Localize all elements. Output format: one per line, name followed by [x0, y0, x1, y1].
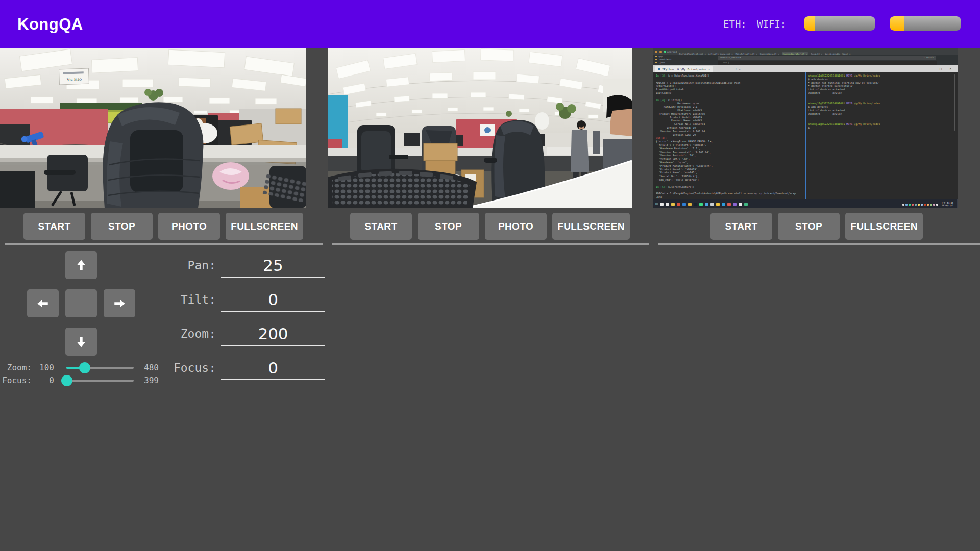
android-module-selector: Android: [664, 51, 677, 53]
window-controls: – □ ×: [930, 65, 954, 72]
pane-divider: [805, 72, 806, 199]
wifi-label: WIFI:: [757, 0, 786, 48]
window-title: IPython: G:\My Drive\codes: [662, 68, 706, 71]
search-query: TEMPLATE_PREVIEW: [720, 56, 741, 60]
panel2-divider: [332, 243, 649, 245]
camera2-fullscreen-button[interactable]: FULLSCREEN: [552, 213, 630, 240]
zoom-slider-label: Zoom:: [0, 361, 32, 374]
camera2-photo-button[interactable]: PHOTO: [485, 213, 547, 240]
system-tray-icons: [902, 199, 939, 208]
window-dot-icon: [655, 51, 657, 53]
eth-label: ETH:: [723, 0, 747, 48]
ptz-home-button[interactable]: [65, 289, 97, 317]
editor-tabs: AndroidManifest.xml ×activity_manu.xml ×…: [679, 48, 853, 55]
camera2-start-button[interactable]: START: [350, 213, 412, 240]
camera3-fullscreen-button[interactable]: FULLSCREEN: [845, 213, 923, 240]
ipython-console: In [3]: k = RobotRun.kong.KongADB() ADBC…: [656, 74, 804, 198]
tilt-up-button[interactable]: [65, 251, 97, 279]
pan-field-label: Pan:: [104, 252, 216, 279]
pan-left-button[interactable]: [27, 289, 59, 317]
ipython-window-titlebar: IPython: G:\My Drive\codes× + ⌄ – □ ×: [653, 65, 958, 72]
camera1-start-button[interactable]: START: [23, 213, 85, 240]
show-desktop-button: [957, 199, 958, 208]
project-tree: app manifests java: [653, 55, 697, 65]
focus-slider-label: Focus:: [0, 374, 32, 387]
camera1-stop-button[interactable]: STOP: [91, 213, 153, 240]
android-studio-tabbar: Android AndroidManifest.xml ×activity_ma…: [653, 48, 958, 55]
editor-search-bar: TEMPLATE_PREVIEW 1 result: [718, 56, 936, 60]
svg-text:Vic Kao: Vic Kao: [66, 76, 82, 82]
taskbar: ⊞ 下午 04:11 2020/12/2: [653, 199, 958, 208]
windows-start-icon: ⊞: [655, 202, 658, 206]
taskbar-icons: [660, 199, 750, 208]
zoom-field-label: Zoom:: [104, 320, 216, 347]
pan-input[interactable]: [221, 254, 325, 278]
panel1-divider: [5, 243, 323, 245]
editor-area: TEMPLATE_PREVIEW 1 result 140 }: [697, 55, 958, 65]
name-sign: Vic Kao: [59, 68, 89, 85]
app-header: KongQA ETH: WIFI:: [0, 0, 980, 48]
ipython-window-tab: IPython: G:\My Drive\codes×: [655, 66, 713, 72]
android-studio-window: Android AndroidManifest.xml ×activity_ma…: [653, 48, 958, 65]
camera2-preview-image: [328, 48, 632, 208]
tilt-field-label: Tilt:: [104, 286, 216, 313]
camera3-start-button[interactable]: START: [710, 213, 772, 240]
camera1-preview-image: Vic Kao: [0, 48, 306, 208]
new-tab-icon: + ⌄: [735, 65, 741, 72]
wifi-signal-bar: [890, 16, 961, 31]
tab-close-icon: ×: [708, 68, 710, 71]
zoom-slider-value: 100: [32, 361, 54, 374]
python-icon: [658, 68, 660, 70]
camera3-stop-button[interactable]: STOP: [778, 213, 840, 240]
tilt-down-button[interactable]: [65, 328, 97, 356]
arrow-down-icon: [75, 334, 88, 349]
panel3-divider: [658, 243, 980, 245]
search-result-count: 1 result: [923, 56, 934, 60]
terminal-area: In [3]: k = RobotRun.kong.KongADB() ADBC…: [653, 72, 958, 199]
app-title: KongQA: [17, 0, 83, 48]
scrollbar: [954, 74, 955, 131]
zoom-input[interactable]: [221, 322, 325, 346]
camera1-controls: START STOP PHOTO FULLSCREEN: [0, 213, 327, 240]
arrow-up-icon: [75, 258, 88, 273]
camera1-photo-button[interactable]: PHOTO: [158, 213, 220, 240]
camera3-controls: START STOP FULLSCREEN: [653, 213, 980, 240]
tilt-input[interactable]: [221, 288, 325, 312]
zoom-slider-thumb[interactable]: [79, 362, 90, 373]
window-dot-icon: [659, 51, 662, 53]
camera2-controls: START STOP PHOTO FULLSCREEN: [327, 213, 653, 240]
camera1-preview: Vic Kao: [0, 48, 306, 208]
wifi-signal-fill: [890, 16, 904, 31]
focus-input[interactable]: [221, 357, 325, 380]
camera3-preview: Android AndroidManifest.xml ×activity_ma…: [653, 48, 958, 208]
focus-slider-value: 0: [32, 374, 54, 387]
eth-signal-bar: [804, 16, 875, 31]
focus-slider-thumb[interactable]: [61, 375, 72, 386]
camera2-preview: [328, 48, 632, 208]
code-line: 140 }: [718, 61, 937, 65]
msys-terminal: ahuang11@6522209346NB001 MSYS /g/My Driv…: [808, 74, 949, 198]
eth-signal-fill: [804, 16, 815, 31]
taskbar-clock: 下午 04:11 2020/12/2: [941, 202, 953, 207]
camera2-stop-button[interactable]: STOP: [418, 213, 479, 240]
focus-field-label: Focus:: [104, 354, 216, 382]
camera1-fullscreen-button[interactable]: FULLSCREEN: [226, 213, 303, 240]
arrow-left-icon: [35, 297, 51, 310]
